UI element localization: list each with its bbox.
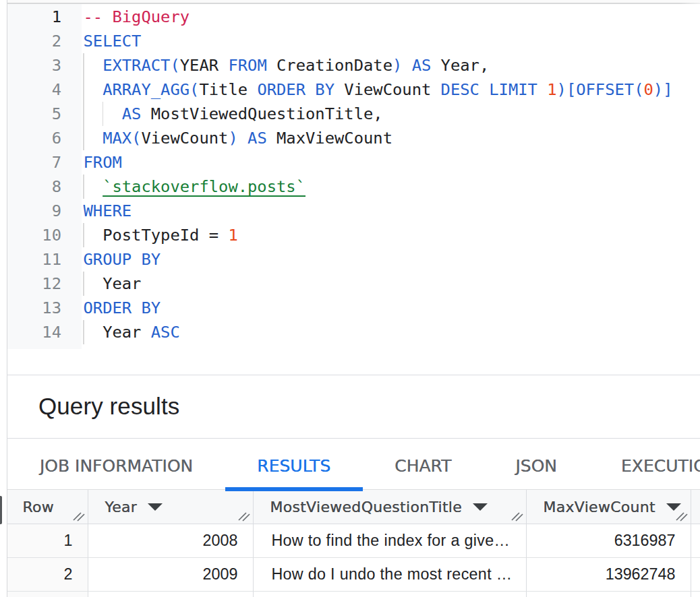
- results-table: RowYearMostViewedQuestionTitleMaxViewCou…: [7, 490, 700, 597]
- cell-mostviewedquestiontitle[interactable]: How do I undo the most recent …: [254, 558, 527, 592]
- tab-job-information[interactable]: JOB INFORMATION: [7, 439, 225, 489]
- code-line-5[interactable]: 5 AS MostViewedQuestionTitle,: [7, 102, 700, 126]
- column-header-row[interactable]: Row: [7, 490, 88, 524]
- column-header-label: Year: [105, 499, 137, 515]
- code-token-plain: MaxViewCount: [267, 129, 392, 148]
- code-text: Year ASC: [83, 320, 179, 344]
- code-token-plain: [83, 80, 103, 99]
- cell-mostviewedquestiontitle[interactable]: [254, 592, 527, 597]
- line-number: 4: [7, 77, 61, 102]
- code-line-2[interactable]: 2SELECT: [7, 29, 700, 53]
- code-text: PostTypeId = 1: [83, 223, 237, 247]
- column-header-maxviewcount[interactable]: MaxViewCount: [527, 490, 691, 524]
- tab-label: RESULTS: [257, 456, 330, 476]
- code-line-9[interactable]: 9WHERE: [7, 199, 700, 223]
- code-line-14[interactable]: 14 Year ASC: [7, 320, 700, 344]
- code-token-plain: [83, 177, 103, 196]
- code-line-4[interactable]: 4 ARRAY_AGG(Title ORDER BY ViewCount DES…: [7, 77, 700, 102]
- cell-text: How do I undo the most recent …: [271, 565, 512, 584]
- code-line-1[interactable]: 1-- BigQuery: [7, 5, 700, 29]
- line-number: 8: [7, 175, 61, 199]
- column-resize-handle-icon[interactable]: [511, 511, 523, 522]
- column-header-label: Row: [22, 499, 54, 515]
- code-text: MAX(ViewCount) AS MaxViewCount: [83, 126, 392, 150]
- code-token-kw: AS: [238, 129, 267, 148]
- sort-dropdown-arrow-icon[interactable]: [473, 503, 488, 511]
- line-number: 5: [7, 102, 61, 126]
- code-token-plain: [83, 104, 121, 123]
- line-number: 10: [7, 223, 61, 247]
- line-number: 13: [7, 296, 61, 320]
- code-token-kw: )]: [653, 80, 673, 99]
- column-resize-handle-icon[interactable]: [676, 511, 688, 522]
- column-header-mostviewedquestiontitle[interactable]: MostViewedQuestionTitle: [254, 490, 527, 524]
- tab-results[interactable]: RESULTS: [225, 439, 363, 489]
- active-tab-indicator: [225, 487, 363, 491]
- code-line-7[interactable]: 7FROM: [7, 150, 700, 175]
- tab-execution-details[interactable]: EXECUTION DETAILS: [589, 439, 700, 489]
- column-header-year[interactable]: Year: [88, 490, 254, 524]
- tab-label: EXECUTION DETAILS: [621, 456, 700, 476]
- code-line-10[interactable]: 10 PostTypeId = 1: [7, 223, 700, 247]
- cell-year[interactable]: [88, 592, 254, 597]
- code-token-kw: )[OFFSET(: [557, 80, 644, 99]
- code-line-13[interactable]: 13ORDER BY: [7, 296, 700, 320]
- code-text: `stackoverflow.posts`: [83, 175, 305, 199]
- code-line-11[interactable]: 11GROUP BY: [7, 247, 700, 272]
- code-line-3[interactable]: 3 EXTRACT(YEAR FROM CreationDate) AS Yea…: [7, 53, 700, 77]
- line-number: 14: [7, 320, 61, 344]
- table-reference-link[interactable]: `stackoverflow.posts`: [103, 177, 305, 196]
- tab-chart[interactable]: CHART: [363, 439, 484, 489]
- column-resize-handle-icon[interactable]: [73, 511, 85, 522]
- cell-year[interactable]: 2008: [88, 524, 254, 558]
- cell-row[interactable]: [7, 592, 88, 597]
- code-token-kw: DESC LIMIT: [431, 80, 537, 99]
- table-row-2[interactable]: 22009How do I undo the most recent …1396…: [7, 558, 700, 592]
- code-text: Year: [83, 272, 141, 296]
- cell-text: 13962748: [606, 565, 676, 584]
- cell-maxviewcount[interactable]: 6316987: [527, 524, 691, 558]
- cell-maxviewcount[interactable]: 13962748: [527, 558, 691, 592]
- table-header-row: RowYearMostViewedQuestionTitleMaxViewCou…: [7, 490, 700, 524]
- cell-mostviewedquestiontitle[interactable]: How to find the index for a give…: [254, 524, 527, 558]
- tab-label: JOB INFORMATION: [40, 456, 193, 476]
- left-scrollbar-thumb[interactable]: [0, 496, 2, 524]
- line-number: 7: [7, 150, 61, 175]
- code-token-num: 0: [644, 80, 653, 99]
- line-number: 1: [7, 5, 61, 29]
- table-row-filler: [691, 558, 700, 592]
- sql-code-editor[interactable]: 1-- BigQuery2SELECT3 EXTRACT(YEAR FROM C…: [7, 4, 700, 349]
- query-results-header: Query results: [7, 375, 700, 438]
- cell-text: 1: [63, 532, 72, 550]
- code-line-6[interactable]: 6 MAX(ViewCount) AS MaxViewCount: [7, 126, 700, 150]
- table-row-1[interactable]: 12008How to find the index for a give…63…: [7, 524, 700, 558]
- table-row-3[interactable]: [7, 592, 700, 597]
- tab-label: JSON: [515, 456, 557, 476]
- code-token-kw: ORDER BY: [83, 298, 161, 317]
- code-text: -- BigQuery: [83, 5, 189, 29]
- cell-year[interactable]: 2009: [88, 558, 254, 592]
- cell-row[interactable]: 2: [7, 558, 88, 592]
- code-line-8[interactable]: 8 `stackoverflow.posts`: [7, 175, 700, 199]
- cell-text: 2: [63, 565, 72, 584]
- code-token-plain: CreationDate: [267, 56, 392, 75]
- code-text: ARRAY_AGG(Title ORDER BY ViewCount DESC …: [83, 77, 672, 102]
- cell-row[interactable]: 1: [7, 524, 88, 558]
- code-text: FROM: [83, 150, 121, 175]
- code-token-kw: ARRAY_AGG(: [103, 80, 199, 99]
- code-token-kw: ): [228, 129, 237, 148]
- code-token-num: 1: [537, 80, 557, 99]
- sort-dropdown-arrow-icon[interactable]: [666, 503, 681, 511]
- tab-json[interactable]: JSON: [484, 439, 589, 489]
- sort-dropdown-arrow-icon[interactable]: [148, 503, 163, 511]
- code-line-12[interactable]: 12 Year: [7, 272, 700, 296]
- code-token-kw: SELECT: [83, 32, 141, 51]
- cell-text: 2009: [203, 565, 238, 584]
- code-token-comment: -- BigQuery: [83, 7, 189, 26]
- results-tab-bar: JOB INFORMATIONRESULTSCHARTJSONEXECUTION…: [7, 439, 700, 490]
- code-token-kw: ): [392, 56, 402, 75]
- cell-maxviewcount[interactable]: [527, 592, 691, 597]
- column-resize-handle-icon[interactable]: [238, 511, 250, 522]
- table-row-filler: [691, 524, 700, 558]
- code-token-plain: Year,: [431, 56, 489, 75]
